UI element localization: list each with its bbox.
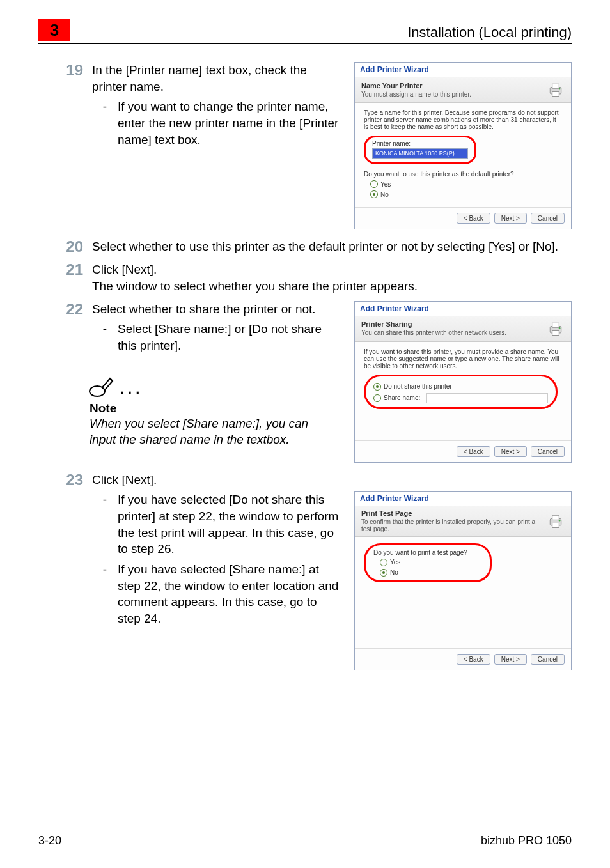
svg-rect-2 — [552, 92, 559, 97]
svg-point-13 — [559, 519, 561, 521]
dialog-printer-sharing: Add Printer Wizard Printer Sharing You c… — [354, 301, 572, 463]
radio-noshare-label: Do not share this printer — [384, 383, 452, 390]
question-text: Do you want to use this printer as the d… — [364, 171, 562, 178]
note-dots: ... — [120, 381, 143, 398]
bullet-text: Select [Share name:] or [Do not share th… — [118, 321, 343, 353]
dialog-body: Type a name for this printer. Because so… — [355, 103, 571, 207]
cancel-button[interactable]: Cancel — [531, 654, 565, 665]
step-number: 20 — [38, 238, 92, 255]
radio-no-label: No — [390, 569, 398, 576]
back-button[interactable]: < Back — [457, 654, 490, 665]
radio-share-label: Share name: — [384, 394, 420, 401]
step-text: Click [Next]. — [92, 473, 157, 486]
dialog-subtitle: You can share this printer with other ne… — [361, 329, 547, 336]
radio-no[interactable] — [380, 569, 387, 577]
printer-icon — [547, 512, 565, 530]
svg-rect-12 — [552, 523, 559, 527]
note-icon-row: ... — [88, 373, 343, 400]
radio-yes-label: Yes — [380, 181, 391, 188]
step-text: Select whether to share the printer or n… — [92, 302, 316, 316]
step-number: 23 — [38, 472, 92, 488]
printer-name-input[interactable]: KONICA MINOLTA 1050 PS(P) — [372, 148, 468, 159]
step-number: 21 — [38, 261, 92, 278]
dialog-intro-text: Type a name for this printer. Because so… — [364, 109, 562, 130]
dialog-body: Do you want to print a test page? Yes No — [355, 537, 571, 648]
note-icon — [88, 373, 115, 400]
radio-no[interactable] — [370, 190, 378, 198]
product-name: bizhub PRO 1050 — [481, 834, 572, 848]
header-bar: 3 Installation (Local printing) — [38, 19, 572, 44]
dialog-title: Add Printer Wizard — [355, 63, 571, 77]
dialog-title: Add Printer Wizard — [355, 302, 571, 316]
step-number: 19 — [38, 62, 92, 79]
step-23-row: 23 Click [Next]. - If you have selected … — [38, 472, 572, 670]
question-text: Do you want to print a test page? — [373, 549, 482, 556]
bullet-dash: - — [92, 98, 118, 148]
next-button[interactable]: Next > — [494, 446, 527, 457]
share-name-input[interactable] — [426, 393, 548, 403]
printer-icon — [547, 81, 565, 98]
highlight-oval: Do you want to print a test page? Yes No — [364, 543, 492, 582]
step-number: 22 — [38, 301, 92, 318]
note-text: When you select [Share name:], you can i… — [90, 415, 332, 448]
back-button[interactable]: < Back — [457, 213, 490, 224]
dialog-subtitle: To confirm that the printer is installed… — [361, 518, 547, 532]
printer-icon — [547, 320, 565, 337]
dialog-subtitle: You must assign a name to this printer. — [361, 91, 547, 98]
step-19-row: 19 In the [Printer name] text box, check… — [38, 62, 572, 229]
dialog-title: Add Printer Wizard — [355, 492, 571, 506]
radio-yes[interactable] — [370, 180, 378, 188]
content-area: 19 In the [Printer name] text box, check… — [38, 62, 572, 670]
bullet-dash: - — [92, 561, 118, 627]
dialog-header: Name Your Printer You must assign a name… — [355, 77, 571, 103]
svg-rect-11 — [552, 515, 559, 520]
radio-share[interactable] — [373, 394, 381, 402]
note-label: Note — [90, 401, 343, 415]
step-text: Select whether to use this printer as th… — [92, 238, 572, 255]
bullet-dash: - — [92, 492, 118, 557]
step-text: In the [Printer name] text box, check th… — [92, 63, 307, 93]
dialog-footer: < Back Next > Cancel — [355, 440, 571, 462]
bullet-dash: - — [92, 321, 118, 353]
next-button[interactable]: Next > — [494, 213, 527, 224]
bullet-text: If you have selected [Share name:] at st… — [118, 561, 343, 627]
back-button[interactable]: < Back — [457, 446, 490, 457]
dialog-header: Print Test Page To confirm that the prin… — [355, 506, 571, 537]
page-number: 3-20 — [38, 834, 61, 848]
dialog-name-printer: Add Printer Wizard Name Your Printer You… — [354, 62, 572, 229]
highlight-oval: Printer name: KONICA MINOLTA 1050 PS(P) — [364, 136, 476, 164]
field-label: Printer name: — [372, 140, 468, 147]
step-text: Click [Next]. — [92, 261, 572, 278]
dialog-footer: < Back Next > Cancel — [355, 207, 571, 229]
dialog-heading: Print Test Page — [361, 509, 547, 517]
radio-yes[interactable] — [380, 559, 387, 566]
svg-point-3 — [559, 88, 561, 90]
radio-noshare[interactable] — [373, 383, 381, 391]
highlight-oval: Do not share this printer Share name: — [364, 375, 558, 409]
dialog-footer: < Back Next > Cancel — [355, 648, 571, 670]
page: 3 Installation (Local printing) 19 In th… — [0, 0, 610, 868]
dialog-test-page: Add Printer Wizard Print Test Page To co… — [354, 491, 572, 670]
step-22-row: 22 Select whether to share the printer o… — [38, 301, 572, 463]
chapter-tab: 3 — [38, 19, 70, 41]
dialog-intro-text: If you want to share this printer, you m… — [364, 348, 562, 369]
dialog-header: Printer Sharing You can share this print… — [355, 316, 571, 342]
radio-no-label: No — [380, 191, 389, 198]
dialog-body: If you want to share this printer, you m… — [355, 342, 571, 440]
svg-rect-7 — [552, 323, 559, 327]
dialog-heading: Printer Sharing — [361, 320, 547, 328]
next-button[interactable]: Next > — [494, 654, 527, 665]
page-footer: 3-20 bizhub PRO 1050 — [38, 830, 572, 848]
step-text-followup: The window to select whether you share t… — [92, 278, 572, 295]
bullet-text: If you have selected [Do not share this … — [118, 492, 343, 557]
svg-point-9 — [559, 327, 561, 329]
dialog-heading: Name Your Printer — [361, 82, 547, 89]
cancel-button[interactable]: Cancel — [531, 446, 565, 457]
radio-yes-label: Yes — [390, 559, 400, 566]
svg-rect-8 — [552, 330, 559, 335]
bullet-text: If you want to change the printer name, … — [118, 98, 343, 148]
section-title: Installation (Local printing) — [407, 24, 572, 41]
cancel-button[interactable]: Cancel — [531, 213, 565, 224]
svg-rect-1 — [552, 84, 559, 88]
